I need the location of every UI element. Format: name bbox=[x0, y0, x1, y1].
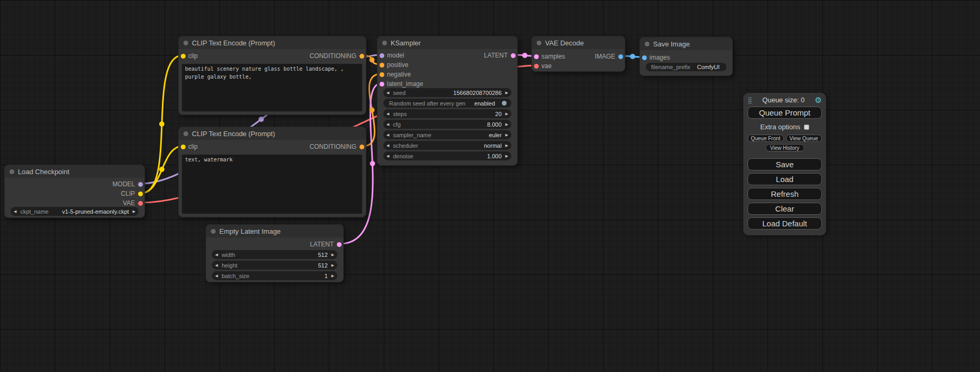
slot-dot-conditioning[interactable] bbox=[360, 145, 364, 149]
decrease-arrow-icon[interactable]: ◀ bbox=[386, 91, 389, 94]
input-slot-clip: clip bbox=[179, 143, 198, 150]
node-title: VAE Decode bbox=[545, 39, 584, 47]
extra-options-checkbox[interactable] bbox=[804, 125, 809, 130]
increase-arrow-icon[interactable]: ▶ bbox=[506, 154, 508, 158]
settings-gear-icon[interactable]: ⚙ bbox=[815, 96, 822, 104]
decrease-arrow-icon[interactable]: ◀ bbox=[386, 112, 389, 116]
increase-arrow-icon[interactable]: ▶ bbox=[506, 122, 508, 126]
queue-prompt-button[interactable]: Queue Prompt bbox=[748, 107, 822, 119]
node-title: Load Checkpoint bbox=[18, 168, 70, 176]
widget-random-seed-toggle[interactable]: Random seed after every gen enabled bbox=[383, 99, 511, 108]
node-title: Save Image bbox=[653, 40, 690, 48]
collapse-dot-icon[interactable] bbox=[9, 169, 14, 174]
increase-arrow-icon[interactable]: ▶ bbox=[332, 263, 334, 267]
collapse-dot-icon[interactable] bbox=[382, 41, 387, 45]
decrease-arrow-icon[interactable]: ◀ bbox=[215, 274, 218, 278]
collapse-dot-icon[interactable] bbox=[537, 41, 541, 45]
slot-dot-clip[interactable] bbox=[181, 145, 186, 149]
widget-width[interactable]: ◀ width 512 ▶ bbox=[212, 250, 337, 259]
slot-dot-vae[interactable] bbox=[138, 201, 143, 206]
slot-label: model bbox=[387, 52, 404, 59]
graph-canvas[interactable]: Load Checkpoint MODEL CLIP VAE ◀ ckpt_na… bbox=[0, 0, 980, 372]
wire-dot-clip-positive bbox=[159, 121, 164, 127]
increase-arrow-icon[interactable]: ▶ bbox=[506, 112, 508, 116]
node-empty-latent-image[interactable]: Empty Latent Image LATENT ◀ width 512 ▶ … bbox=[206, 224, 344, 282]
increase-arrow-icon[interactable]: ▶ bbox=[133, 209, 135, 213]
widget-height[interactable]: ◀ height 512 ▶ bbox=[212, 261, 337, 270]
widget-scheduler[interactable]: ◀ scheduler normal ▶ bbox=[383, 141, 511, 150]
increase-arrow-icon[interactable]: ▶ bbox=[332, 253, 334, 256]
slot-label: samples bbox=[541, 53, 565, 60]
slot-dot-positive[interactable] bbox=[380, 63, 384, 68]
queue-front-button[interactable]: Queue Front bbox=[748, 135, 784, 142]
slot-dot-samples[interactable] bbox=[534, 54, 539, 59]
increase-arrow-icon[interactable]: ▶ bbox=[332, 274, 334, 278]
view-history-button[interactable]: View History bbox=[765, 144, 804, 151]
node-clip-text-encode-negative[interactable]: CLIP Text Encode (Prompt) clip CONDITION… bbox=[178, 127, 366, 217]
node-ksampler[interactable]: KSampler model positive negative latent_… bbox=[377, 36, 518, 166]
prompt-textarea[interactable]: beautiful scenery nature glass bottle la… bbox=[182, 64, 362, 111]
collapse-dot-icon[interactable] bbox=[183, 131, 188, 136]
decrease-arrow-icon[interactable]: ◀ bbox=[215, 253, 218, 256]
decrease-arrow-icon[interactable]: ◀ bbox=[386, 154, 389, 158]
slot-dot-clip[interactable] bbox=[138, 192, 143, 196]
slot-dot-model[interactable] bbox=[380, 53, 384, 58]
slot-dot-conditioning[interactable] bbox=[360, 54, 364, 59]
drag-handle-icon[interactable]: ⣿ bbox=[748, 97, 752, 104]
wire-dot-cond-negative bbox=[370, 108, 375, 113]
widget-filename-prefix[interactable]: filename_prefix ComfyUI bbox=[646, 63, 726, 71]
slot-dot-negative[interactable] bbox=[380, 72, 384, 77]
collapse-dot-icon[interactable] bbox=[645, 42, 649, 46]
node-vae-decode[interactable]: VAE Decode samples vae IMAGE bbox=[531, 36, 625, 72]
decrease-arrow-icon[interactable]: ◀ bbox=[215, 263, 218, 267]
slot-dot-images[interactable] bbox=[642, 55, 647, 60]
widget-seed[interactable]: ◀ seed 156680208700286 ▶ bbox=[383, 88, 511, 97]
widget-steps[interactable]: ◀ steps 20 ▶ bbox=[383, 109, 511, 118]
widget-ckpt-name[interactable]: ◀ ckpt_name v1-5-pruned-emaonly.ckpt ▶ bbox=[11, 207, 139, 216]
node-load-checkpoint[interactable]: Load Checkpoint MODEL CLIP VAE ◀ ckpt_na… bbox=[4, 165, 145, 218]
input-slot-samples: samples bbox=[532, 53, 565, 60]
increase-arrow-icon[interactable]: ▶ bbox=[506, 133, 508, 137]
slot-dot-latent[interactable] bbox=[337, 242, 342, 247]
widget-sampler-name[interactable]: ◀ sampler_name euler ▶ bbox=[383, 130, 511, 139]
input-slot-vae: vae bbox=[532, 62, 551, 70]
view-queue-button[interactable]: View Queue bbox=[786, 135, 822, 142]
input-slot-latent-image: latent_image bbox=[377, 80, 423, 88]
widget-denoise[interactable]: ◀ denoise 1.000 ▶ bbox=[383, 151, 511, 160]
prompt-textarea[interactable]: text, watermark bbox=[182, 155, 362, 214]
decrease-arrow-icon[interactable]: ◀ bbox=[14, 209, 16, 213]
node-clip-text-encode-positive[interactable]: CLIP Text Encode (Prompt) clip CONDITION… bbox=[178, 36, 366, 115]
widget-batch-size[interactable]: ◀ batch_size 1 ▶ bbox=[212, 271, 337, 280]
collapse-dot-icon[interactable] bbox=[211, 229, 216, 234]
input-slot-model: model bbox=[377, 52, 404, 59]
slot-dot-latent[interactable] bbox=[511, 53, 516, 58]
node-title-bar[interactable]: KSampler bbox=[377, 36, 517, 49]
slot-dot-model[interactable] bbox=[138, 182, 143, 187]
slot-dot-latent-image[interactable] bbox=[380, 82, 384, 87]
load-button[interactable]: Load bbox=[748, 173, 822, 185]
node-save-image[interactable]: Save Image images filename_prefix ComfyU… bbox=[639, 37, 733, 76]
clear-button[interactable]: Clear bbox=[748, 203, 822, 215]
slot-label: MODEL bbox=[112, 180, 135, 188]
widget-cfg[interactable]: ◀ cfg 8.000 ▶ bbox=[383, 120, 511, 129]
node-title-bar[interactable]: CLIP Text Encode (Prompt) bbox=[179, 127, 366, 140]
collapse-dot-icon[interactable] bbox=[183, 41, 188, 45]
slot-dot-vae[interactable] bbox=[534, 64, 539, 69]
slot-dot-image[interactable] bbox=[618, 54, 623, 59]
toggle-knob-icon[interactable] bbox=[502, 101, 507, 106]
decrease-arrow-icon[interactable]: ◀ bbox=[386, 122, 389, 126]
slot-dot-clip[interactable] bbox=[181, 54, 186, 59]
load-default-button[interactable]: Load Default bbox=[748, 217, 822, 230]
node-title-bar[interactable]: Load Checkpoint bbox=[5, 165, 144, 178]
node-title-bar[interactable]: VAE Decode bbox=[532, 36, 625, 49]
slot-label: LATENT bbox=[484, 52, 508, 59]
save-button[interactable]: Save bbox=[748, 158, 822, 170]
decrease-arrow-icon[interactable]: ◀ bbox=[386, 133, 389, 137]
node-title-bar[interactable]: Save Image bbox=[640, 37, 732, 50]
node-title-bar[interactable]: Empty Latent Image bbox=[206, 225, 343, 237]
decrease-arrow-icon[interactable]: ◀ bbox=[386, 144, 389, 147]
increase-arrow-icon[interactable]: ▶ bbox=[506, 144, 508, 147]
refresh-button[interactable]: Refresh bbox=[748, 188, 822, 200]
node-title-bar[interactable]: CLIP Text Encode (Prompt) bbox=[179, 36, 366, 49]
increase-arrow-icon[interactable]: ▶ bbox=[506, 91, 508, 94]
